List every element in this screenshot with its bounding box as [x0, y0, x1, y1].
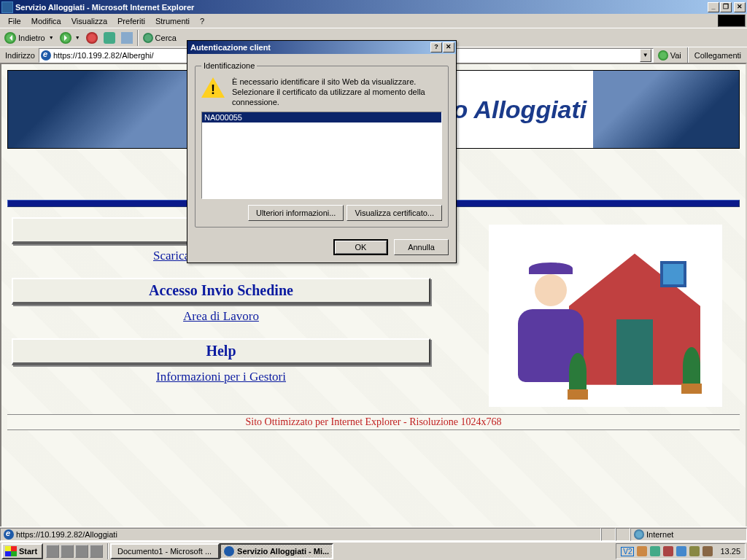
chevron-down-icon: ▼	[75, 35, 80, 40]
cancel-button[interactable]: Annulla	[394, 239, 449, 255]
menu-file[interactable]: File	[3, 15, 26, 27]
task-button-ie[interactable]: Servizio Alloggiati - Mi...	[220, 543, 333, 559]
menu-favorites[interactable]: Preferiti	[112, 15, 150, 27]
client-auth-dialog: Autenticazione client ? ✕ Identificazion…	[187, 40, 457, 263]
group-label: Identificazione	[201, 61, 257, 70]
warning-icon: !	[201, 77, 225, 98]
window-title: Servizio Alloggiati - Microsoft Internet…	[15, 3, 708, 12]
address-dropdown-button[interactable]: ▼	[640, 49, 651, 62]
tray-icon[interactable]	[650, 546, 660, 556]
page-icon	[4, 529, 14, 540]
menu-view[interactable]: Visualizza	[66, 15, 112, 27]
go-label: Vai	[670, 51, 681, 60]
arrow-right-icon	[60, 32, 71, 44]
quicklaunch-icon[interactable]	[46, 545, 59, 558]
home-icon	[121, 32, 133, 44]
menu-edit[interactable]: Modifica	[26, 15, 66, 27]
status-bar: https://10.199.2.82/Alloggiati Internet	[0, 526, 747, 541]
address-label: Indirizzo	[1, 51, 39, 60]
ie-icon	[224, 546, 234, 556]
certificate-list[interactable]: NA000055	[201, 112, 442, 199]
tray-icon[interactable]	[703, 546, 713, 556]
section-help-head: Help	[12, 338, 430, 365]
refresh-icon	[104, 32, 115, 44]
tray-icon[interactable]	[676, 546, 686, 556]
task-label: Documento1 - Microsoft ...	[117, 547, 212, 556]
chevron-down-icon: ▼	[49, 35, 54, 40]
toolbar-separator	[137, 30, 139, 46]
tray-icon[interactable]	[637, 546, 647, 556]
dialog-title: Autenticazione client	[189, 43, 430, 52]
menu-tools[interactable]: Strumenti	[150, 15, 195, 27]
links-button[interactable]: Collegamenti	[690, 51, 746, 60]
link-area-lavoro[interactable]: Area di Lavoro	[183, 309, 259, 323]
doorman-illustration	[489, 225, 722, 407]
forward-button[interactable]: ▼	[57, 31, 83, 45]
quicklaunch-icon[interactable]	[61, 545, 74, 558]
status-text: https://10.199.2.82/Alloggiati	[16, 530, 117, 539]
system-tray: V2 13.25	[616, 543, 746, 559]
security-zone-pane: Internet	[630, 528, 747, 541]
dialog-titlebar: Autenticazione client ? ✕	[187, 41, 456, 54]
page-icon	[41, 50, 51, 61]
dialog-message: È necessario identificare il sito Web da…	[232, 77, 442, 107]
certificate-item[interactable]: NA000055	[202, 112, 441, 122]
arrow-left-icon	[4, 32, 16, 44]
ok-button[interactable]: OK	[333, 239, 388, 255]
tray-icon[interactable]	[663, 546, 673, 556]
lang-indicator[interactable]: V2	[621, 547, 634, 556]
task-button-word[interactable]: Documento1 - Microsoft ...	[110, 543, 220, 559]
refresh-button[interactable]	[101, 31, 118, 45]
taskbar-clock[interactable]: 13.25	[720, 547, 740, 556]
status-pane	[616, 528, 630, 541]
banner-left-image	[8, 71, 198, 148]
search-label: Cerca	[155, 34, 177, 42]
close-button[interactable]: ✕	[734, 2, 746, 12]
view-certificate-button[interactable]: Visualizza certificato...	[347, 205, 442, 221]
taskbar: Start Documento1 - Microsoft ... Servizi…	[0, 541, 747, 560]
go-button[interactable]: Vai	[654, 50, 686, 61]
taskbar-separator	[107, 543, 109, 559]
section-accesso-head: Accesso Invio Schedine	[12, 278, 430, 305]
start-button[interactable]: Start	[1, 543, 43, 559]
footer-note: Sito Ottimizzato per Internet Explorer -…	[7, 414, 740, 430]
menu-bar: File Modifica Visualizza Preferiti Strum…	[0, 14, 747, 28]
more-info-button[interactable]: Ulteriori informazioni...	[248, 205, 344, 221]
zone-text: Internet	[646, 530, 673, 539]
go-icon	[658, 50, 668, 61]
toolbar-separator	[687, 47, 689, 63]
right-column	[474, 217, 737, 407]
ie-throbber-logo	[718, 15, 746, 27]
search-button[interactable]: Cerca	[140, 31, 179, 44]
identification-group: Identificazione ! È necessario identific…	[195, 61, 449, 228]
quick-launch	[46, 545, 103, 558]
globe-icon	[634, 529, 644, 540]
windows-logo-icon	[5, 546, 17, 556]
tray-icon[interactable]	[689, 546, 700, 556]
window-titlebar: Servizio Alloggiati - Microsoft Internet…	[0, 0, 747, 14]
banner-right-image	[593, 71, 739, 148]
back-button[interactable]: Indietro ▼	[1, 31, 57, 45]
task-label: Servizio Alloggiati - Mi...	[237, 547, 329, 556]
quicklaunch-icon[interactable]	[75, 545, 88, 558]
start-label: Start	[19, 547, 37, 556]
restore-button[interactable]: ❐	[720, 2, 732, 12]
quicklaunch-icon[interactable]	[90, 545, 103, 558]
menu-help[interactable]: ?	[195, 15, 209, 27]
minimize-button[interactable]: _	[708, 2, 719, 12]
status-pane	[601, 528, 616, 541]
ie-app-icon	[1, 1, 13, 13]
dialog-close-button[interactable]: ✕	[443, 42, 454, 52]
stop-button[interactable]	[83, 31, 101, 45]
stop-icon	[86, 32, 98, 44]
status-text-pane: https://10.199.2.82/Alloggiati	[0, 528, 601, 541]
search-icon	[143, 33, 153, 43]
link-informazioni-gestori[interactable]: Informazioni per i Gestori	[156, 370, 286, 384]
dialog-help-button[interactable]: ?	[430, 42, 442, 52]
back-label: Indietro	[18, 34, 45, 42]
home-button[interactable]	[118, 31, 136, 45]
